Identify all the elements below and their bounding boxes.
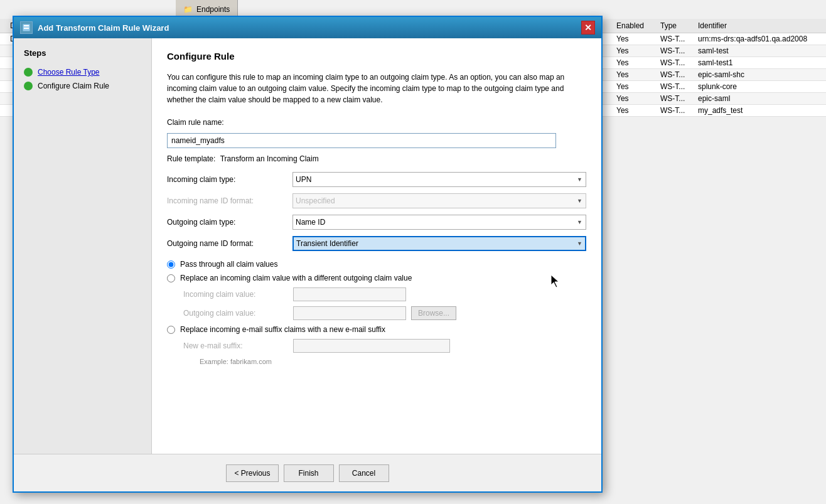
new-email-suffix-label: New e-mail suffix: — [183, 341, 293, 350]
radio-replace-email[interactable] — [167, 326, 175, 334]
step-1-dot — [24, 68, 33, 77]
cell-enabled: Yes — [614, 94, 658, 103]
dialog-footer: < Previous Finish Cancel — [14, 454, 601, 491]
radio-replace-value-label[interactable]: Replace an incoming claim value with a d… — [180, 274, 412, 282]
cell-identifier: saml-test1 — [695, 58, 821, 67]
cell-identifier: epic-saml — [695, 94, 821, 103]
page-title: Configure Rule — [167, 51, 586, 62]
cell-enabled: Yes — [614, 35, 658, 43]
col-enabled: Enabled — [614, 21, 658, 30]
example-text: Example: fabrikam.com — [200, 358, 586, 365]
cell-type: WS-T... — [658, 58, 695, 67]
col-identifier: Identifier — [695, 21, 821, 30]
cell-type: WS-T... — [658, 106, 695, 115]
incoming-claim-value-label: Incoming claim value: — [183, 290, 293, 299]
claim-rule-name-input[interactable] — [167, 133, 556, 148]
cell-identifier: urn:ms-drs:qa-adfs01.qa.ad2008 — [695, 35, 821, 43]
cell-enabled: Yes — [614, 58, 658, 67]
rule-template-value: Transform an Incoming Claim — [220, 154, 319, 163]
cell-identifier: my_adfs_test — [695, 106, 821, 115]
new-email-suffix-row: New e-mail suffix: — [183, 339, 586, 353]
svg-rect-1 — [24, 25, 29, 26]
outgoing-claim-value-input[interactable] — [293, 306, 406, 320]
radio-pass-through[interactable] — [167, 260, 175, 269]
previous-button[interactable]: < Previous — [226, 464, 278, 482]
cell-enabled: Yes — [614, 82, 658, 91]
step-2-dot — [24, 82, 33, 90]
content-panel: Configure Rule You can configure this ru… — [152, 38, 601, 491]
incoming-name-id-select[interactable]: Unspecified — [292, 193, 586, 208]
replace-value-subform: Incoming claim value: Outgoing claim val… — [183, 287, 586, 320]
incoming-name-id-wrapper: Unspecified — [292, 193, 586, 208]
cell-type: WS-T... — [658, 70, 695, 79]
rule-template-row: Rule template: Transform an Incoming Cla… — [167, 154, 586, 163]
endpoints-label: Endpoints — [196, 5, 230, 14]
cell-type: WS-T... — [658, 46, 695, 55]
steps-heading: Steps — [24, 48, 141, 58]
step-1: Choose Rule Type — [24, 68, 141, 77]
radio-pass-through-row: Pass through all claim values — [167, 260, 586, 269]
incoming-claim-type-row: Incoming claim type: UPN — [167, 172, 586, 187]
cell-identifier: epic-saml-shc — [695, 70, 821, 79]
outgoing-claim-type-select[interactable]: Name ID — [292, 215, 586, 230]
col-type: Type — [658, 21, 695, 30]
claim-rule-name-label: Claim rule name: — [167, 118, 292, 127]
incoming-claim-type-wrapper: UPN — [292, 172, 586, 187]
outgoing-name-id-row: Outgoing name ID format: Transient Ident… — [167, 236, 586, 251]
radio-replace-email-row: Replace incoming e-mail suffix claims wi… — [167, 325, 586, 334]
radio-replace-email-label[interactable]: Replace incoming e-mail suffix claims wi… — [180, 325, 385, 334]
close-button[interactable]: ✕ — [581, 21, 595, 35]
outgoing-name-id-label: Outgoing name ID format: — [167, 239, 292, 248]
incoming-name-id-row: Incoming name ID format: Unspecified — [167, 193, 586, 208]
dialog-icon — [20, 21, 33, 34]
email-suffix-subform: New e-mail suffix: Example: fabrikam.com — [183, 339, 586, 365]
step-2-label: Configure Claim Rule — [38, 82, 109, 90]
step-2: Configure Claim Rule — [24, 82, 141, 90]
incoming-claim-type-select[interactable]: UPN — [292, 172, 586, 187]
outgoing-claim-type-wrapper: Name ID — [292, 215, 586, 230]
cell-enabled: Yes — [614, 106, 658, 115]
claim-rule-name-row: Claim rule name: — [167, 118, 586, 127]
radio-group: Pass through all claim values Replace an… — [167, 260, 586, 365]
rule-template-label: Rule template: — [167, 154, 215, 163]
radio-pass-through-label[interactable]: Pass through all claim values — [180, 260, 277, 269]
folder-icon: 📁 — [183, 5, 193, 14]
cell-identifier: splunk-core — [695, 82, 821, 91]
step-1-label[interactable]: Choose Rule Type — [38, 68, 100, 77]
steps-panel: Steps Choose Rule Type Configure Claim R… — [14, 38, 152, 491]
cell-enabled: Yes — [614, 70, 658, 79]
new-email-suffix-input[interactable] — [293, 339, 450, 353]
browse-button[interactable]: Browse... — [411, 306, 456, 320]
finish-button[interactable]: Finish — [284, 464, 334, 482]
incoming-claim-value-input[interactable] — [293, 287, 406, 301]
outgoing-claim-value-label: Outgoing claim value: — [183, 309, 293, 318]
radio-replace-value-row: Replace an incoming claim value with a d… — [167, 274, 586, 282]
incoming-claim-type-label: Incoming claim type: — [167, 175, 292, 184]
outgoing-name-id-select[interactable]: Transient Identifier — [292, 236, 586, 251]
cell-type: WS-T... — [658, 82, 695, 91]
outgoing-claim-value-row: Outgoing claim value: Browse... — [183, 306, 586, 320]
outgoing-claim-type-label: Outgoing claim type: — [167, 218, 292, 227]
svg-rect-2 — [24, 28, 29, 29]
dialog-titlebar: Add Transform Claim Rule Wizard ✕ — [14, 17, 601, 38]
outgoing-claim-type-row: Outgoing claim type: Name ID — [167, 215, 586, 230]
claim-rule-name-input-row — [167, 133, 586, 148]
incoming-name-id-label: Incoming name ID format: — [167, 196, 292, 205]
radio-replace-value[interactable] — [167, 274, 175, 282]
cell-identifier: saml-test — [695, 46, 821, 55]
dialog-body: Steps Choose Rule Type Configure Claim R… — [14, 38, 601, 491]
dialog-title: Add Transform Claim Rule Wizard — [38, 23, 169, 33]
incoming-claim-value-row: Incoming claim value: — [183, 287, 586, 301]
wizard-dialog: Add Transform Claim Rule Wizard ✕ Steps … — [13, 16, 603, 493]
cell-type: WS-T... — [658, 35, 695, 43]
cell-type: WS-T... — [658, 94, 695, 103]
cancel-button[interactable]: Cancel — [339, 464, 389, 482]
description-text: You can configure this rule to map an in… — [167, 72, 586, 105]
cell-enabled: Yes — [614, 46, 658, 55]
outgoing-name-id-wrapper: Transient Identifier — [292, 236, 586, 251]
